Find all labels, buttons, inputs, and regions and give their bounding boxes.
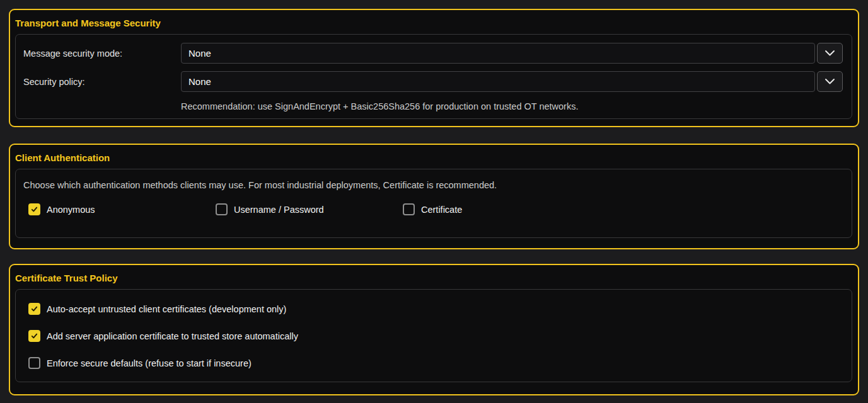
anonymous-checkbox[interactable] [28, 203, 40, 215]
security-policy-value: None [188, 76, 211, 87]
username-password-checkbox-item[interactable]: Username / Password [216, 203, 403, 215]
client-auth-panel: Choose which authentication methods clie… [15, 169, 852, 238]
transport-panel: Message security mode: None Security pol… [15, 34, 852, 119]
enforce-secure-defaults-checkbox[interactable] [28, 357, 40, 369]
message-security-mode-dropdown-button[interactable] [817, 43, 843, 64]
auto-accept-checkbox[interactable] [28, 303, 40, 315]
add-server-cert-checkbox[interactable] [28, 330, 40, 342]
username-password-checkbox[interactable] [216, 203, 228, 215]
anonymous-label: Anonymous [47, 205, 95, 215]
enforce-secure-defaults-label: Enforce secure defaults (refuse to start… [47, 358, 252, 368]
auto-accept-label: Auto-accept untrusted client certificate… [47, 304, 286, 314]
group-transport-message-security: Transport and Message Security Message s… [9, 9, 859, 127]
group-title-transport: Transport and Message Security [15, 10, 852, 34]
check-icon [30, 205, 38, 213]
message-security-mode-row: Message security mode: None [23, 43, 843, 64]
security-policy-select[interactable]: None [181, 71, 815, 92]
add-server-cert-label: Add server application certificate to tr… [47, 331, 298, 341]
message-security-mode-combo: None [181, 43, 843, 64]
security-settings-page: Transport and Message Security Message s… [0, 0, 868, 395]
chevron-down-icon [825, 48, 835, 59]
check-icon [30, 305, 38, 313]
certificate-label: Certificate [421, 205, 462, 215]
cert-trust-panel: Auto-accept untrusted client certificate… [15, 289, 852, 382]
security-policy-combo: None [181, 71, 843, 92]
message-security-mode-select[interactable]: None [181, 43, 815, 64]
message-security-mode-value: None [188, 48, 211, 59]
group-title-client-auth: Client Authentication [15, 145, 852, 169]
group-certificate-trust-policy: Certificate Trust Policy Auto-accept unt… [9, 264, 859, 395]
username-password-label: Username / Password [234, 205, 324, 215]
security-policy-label: Security policy: [23, 77, 181, 87]
security-policy-row: Security policy: None [23, 71, 843, 92]
certificate-checkbox[interactable] [403, 203, 415, 215]
auto-accept-checkbox-item[interactable]: Auto-accept untrusted client certificate… [28, 303, 844, 315]
anonymous-checkbox-item[interactable]: Anonymous [28, 203, 216, 215]
enforce-secure-defaults-checkbox-item[interactable]: Enforce secure defaults (refuse to start… [28, 357, 844, 369]
check-icon [30, 332, 38, 340]
client-auth-description: Choose which authentication methods clie… [23, 180, 844, 190]
group-client-authentication: Client Authentication Choose which authe… [9, 144, 859, 249]
certificate-checkbox-item[interactable]: Certificate [403, 203, 590, 215]
security-recommendation-text: Recommendation: use SignAndEncrypt + Bas… [181, 99, 843, 111]
group-title-cert-trust: Certificate Trust Policy [15, 265, 852, 289]
security-policy-dropdown-button[interactable] [817, 71, 843, 92]
chevron-down-icon [825, 76, 835, 88]
message-security-mode-label: Message security mode: [23, 48, 181, 59]
add-server-cert-checkbox-item[interactable]: Add server application certificate to tr… [28, 330, 844, 342]
auth-methods-row: Anonymous Username / Password Certificat… [28, 203, 844, 215]
